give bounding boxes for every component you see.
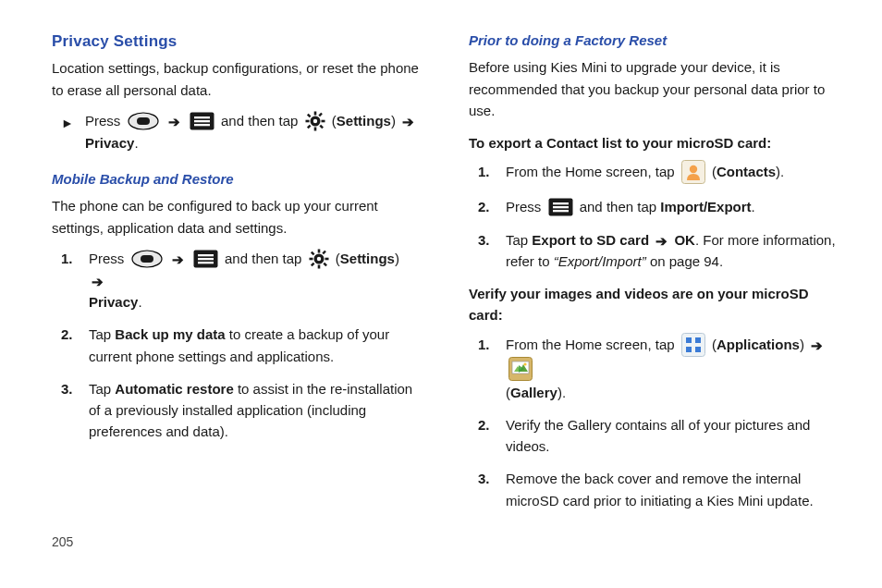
svg-point-47 (523, 362, 526, 365)
page-number: 205 (52, 533, 73, 553)
svg-rect-1 (137, 117, 150, 125)
svg-rect-24 (317, 264, 320, 268)
menu-button-icon (193, 250, 218, 268)
svg-rect-36 (553, 206, 569, 208)
settings-gear-icon (309, 249, 329, 269)
and-then-tap-label: and then tap (225, 251, 306, 266)
svg-rect-37 (553, 210, 569, 212)
intro-text: Location settings, backup configurations… (52, 57, 421, 101)
svg-rect-30 (311, 263, 315, 267)
export-import-italic: “Export/Import” (554, 253, 646, 269)
svg-rect-17 (141, 255, 153, 263)
svg-rect-4 (194, 120, 210, 122)
svg-rect-10 (321, 120, 325, 123)
settings-bold: Settings (337, 113, 391, 129)
privacy-bold: Privacy (89, 294, 138, 310)
svg-rect-25 (309, 258, 312, 261)
svg-rect-13 (318, 113, 323, 117)
step-number: 1. (61, 248, 89, 269)
pre-text: From the Home screen, tap (506, 164, 679, 179)
svg-rect-29 (322, 251, 326, 255)
svg-rect-35 (553, 202, 569, 204)
svg-rect-39 (686, 337, 692, 343)
step-3: 3. Tap Export to SD card ➔ OK. For more … (478, 229, 838, 273)
page: Privacy Settings Location settings, back… (0, 0, 882, 541)
factory-reset-intro: Before using Kies Mini to upgrade your d… (469, 56, 838, 121)
press-label: Press (506, 199, 545, 214)
svg-rect-5 (194, 124, 210, 126)
heading-privacy-settings: Privacy Settings (52, 30, 421, 54)
applications-grid-icon (681, 333, 705, 357)
subheading-export-contacts: To export a Contact list to your microSD… (469, 132, 838, 153)
step-1: 1. From the Home screen, tap (Contacts). (478, 161, 838, 185)
arrow-icon: ➔ (402, 111, 414, 132)
svg-point-31 (316, 257, 320, 261)
tap-label: Tap (506, 232, 532, 248)
step-text: Remove the back cover and remove the int… (506, 468, 838, 511)
step-number: 3. (61, 378, 89, 399)
svg-rect-21 (198, 262, 214, 263)
backup-steps: 1. Press ➔ and then tap (Settings) (61, 248, 421, 443)
svg-rect-12 (319, 125, 324, 129)
step-1: 1. From the Home screen, tap (Applicatio… (478, 334, 838, 403)
press-label: Press (85, 113, 125, 129)
backup-my-data-bold: Back up my data (115, 326, 225, 342)
gallery-app-icon (508, 357, 533, 381)
gallery-bold: Gallery (510, 385, 557, 400)
svg-rect-27 (311, 251, 315, 256)
pre-text: From the Home screen, tap (506, 337, 679, 352)
svg-rect-23 (317, 249, 320, 252)
verify-steps: 1. From the Home screen, tap (Applicatio… (478, 334, 838, 511)
menu-button-icon (548, 198, 573, 216)
settings-gear-icon (305, 111, 325, 131)
svg-rect-20 (198, 258, 214, 260)
step-2: 2. Tap Back up my data to create a backu… (61, 324, 421, 367)
svg-point-15 (312, 119, 316, 123)
step-number: 2. (478, 196, 506, 217)
svg-rect-42 (695, 347, 701, 352)
and-then-tap-label: and then tap (221, 113, 302, 129)
svg-rect-9 (305, 120, 309, 123)
svg-rect-40 (695, 337, 701, 343)
export-sd-bold: Export to SD card (532, 232, 649, 248)
menu-button-icon (190, 112, 214, 130)
svg-rect-8 (313, 127, 316, 130)
heading-factory-reset: Prior to doing a Factory Reset (469, 30, 838, 51)
gallery-paren: (Gallery) (506, 385, 562, 400)
ok-bold: OK (674, 232, 695, 248)
svg-rect-7 (313, 111, 316, 115)
contacts-bold: Contacts (717, 164, 776, 179)
applications-paren: (Applications) (712, 337, 804, 352)
arrow-icon: ➔ (811, 335, 823, 356)
step-2: 2. Verify the Gallery contains all of yo… (478, 414, 838, 458)
svg-point-33 (690, 165, 697, 173)
arrow-icon: ➔ (168, 111, 180, 132)
arrow-icon: ➔ (92, 271, 104, 292)
svg-rect-28 (323, 263, 327, 267)
svg-rect-11 (307, 114, 312, 118)
export-steps: 1. From the Home screen, tap (Contacts).… (478, 161, 838, 272)
step-number: 2. (478, 414, 506, 435)
step-number: 1. (478, 334, 506, 355)
auto-restore-bold: Automatic restore (115, 381, 233, 397)
and-then-tap-label: and then tap (580, 199, 661, 214)
post: . (780, 164, 784, 179)
arrow-icon: ➔ (172, 249, 184, 270)
settings-paren: (Settings) (336, 251, 399, 266)
step-text: Verify the Gallery contains all of your … (506, 414, 838, 458)
step-3: 3. Tap Automatic restore to assist in th… (61, 378, 421, 443)
step-1: 1. Press ➔ and then tap (Settings) (61, 248, 421, 313)
heading-mobile-backup: Mobile Backup and Restore (52, 168, 421, 190)
tap-label: Tap (89, 381, 115, 397)
left-column: Privacy Settings Location settings, back… (52, 28, 421, 522)
step-number: 3. (478, 229, 506, 251)
home-button-icon (128, 112, 159, 130)
svg-rect-19 (198, 254, 214, 256)
right-column: Prior to doing a Factory Reset Before us… (469, 28, 838, 522)
privacy-bold: Privacy (85, 135, 134, 151)
backup-intro: The phone can be configured to back up y… (52, 195, 421, 239)
settings-paren: (Settings) (332, 113, 399, 129)
post: . (752, 199, 755, 214)
contacts-paren: (Contacts) (712, 164, 780, 179)
applications-bold: Applications (717, 337, 800, 352)
